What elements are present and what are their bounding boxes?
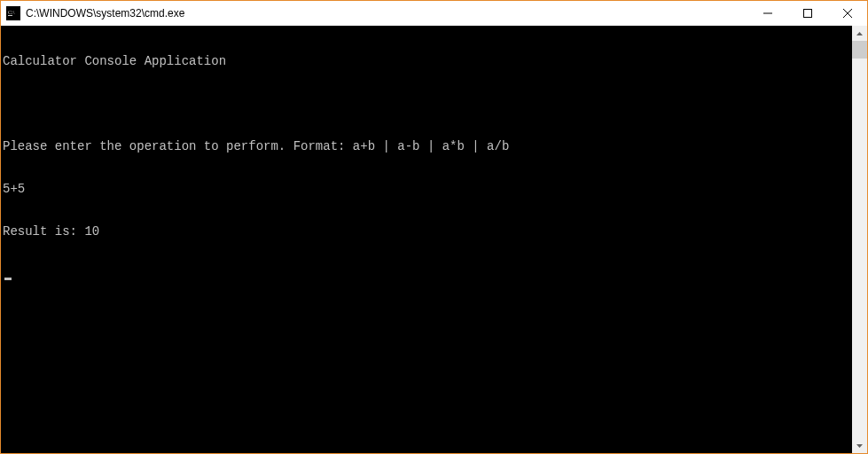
console-line: Please enter the operation to perform. F…	[1, 139, 852, 153]
titlebar[interactable]: C:\ C:\WINDOWS\system32\cmd.exe	[1, 1, 867, 26]
console-cursor-line	[1, 267, 852, 281]
console-line: Calculator Console Application	[1, 54, 852, 68]
scroll-thumb[interactable]	[852, 41, 867, 59]
svg-marker-7	[856, 32, 863, 35]
content-area: Calculator Console Application Please en…	[1, 26, 867, 453]
minimize-button[interactable]	[747, 1, 787, 26]
scroll-track[interactable]	[852, 41, 867, 438]
svg-text:C:\: C:\	[8, 10, 15, 15]
maximize-button[interactable]	[787, 1, 827, 26]
cmd-window: C:\ C:\WINDOWS\system32\cmd.exe Calculat…	[0, 0, 868, 454]
cmd-icon: C:\	[6, 6, 20, 20]
console-output[interactable]: Calculator Console Application Please en…	[1, 26, 852, 453]
window-controls	[747, 1, 867, 26]
console-line	[1, 97, 852, 111]
scroll-down-button[interactable]	[852, 438, 867, 453]
svg-marker-8	[856, 444, 863, 448]
svg-rect-4	[803, 10, 811, 18]
svg-rect-2	[8, 15, 12, 16]
window-title: C:\WINDOWS\system32\cmd.exe	[26, 1, 747, 26]
cursor-icon	[4, 278, 12, 280]
scroll-up-button[interactable]	[852, 26, 867, 41]
close-button[interactable]	[827, 1, 867, 26]
console-line: Result is: 10	[1, 224, 852, 239]
console-line: 5+5	[1, 182, 852, 196]
vertical-scrollbar[interactable]	[852, 26, 867, 453]
